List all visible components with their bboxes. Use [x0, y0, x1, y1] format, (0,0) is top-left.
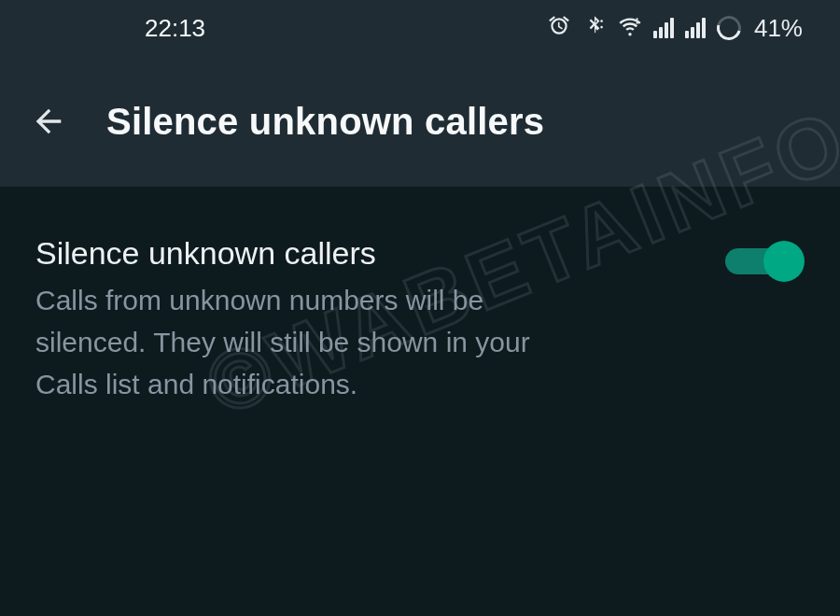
- back-button[interactable]: [28, 101, 69, 142]
- signal-icon-1: [653, 18, 674, 38]
- signal-icon-2: [685, 18, 706, 38]
- status-time: 22:13: [37, 14, 205, 43]
- status-bar: 22:13 41%: [0, 0, 840, 56]
- svg-point-0: [600, 20, 603, 22]
- bluetooth-icon: [582, 14, 607, 42]
- app-header: Silence unknown callers: [0, 56, 840, 187]
- setting-title: Silence unknown callers: [35, 235, 703, 272]
- setting-row-silence-unknown: Silence unknown callers Calls from unkno…: [35, 235, 805, 405]
- silence-unknown-toggle[interactable]: [725, 241, 805, 282]
- svg-point-1: [600, 26, 603, 29]
- battery-percent: 41%: [754, 14, 803, 43]
- svg-point-2: [636, 18, 637, 20]
- alarm-icon: [547, 14, 571, 42]
- arrow-left-icon: [30, 103, 67, 140]
- wifi-icon: [618, 14, 642, 42]
- settings-content: Silence unknown callers Calls from unkno…: [0, 187, 840, 454]
- setting-description: Calls from unknown numbers will be silen…: [35, 279, 595, 405]
- battery-ring-icon: [712, 11, 746, 45]
- setting-text: Silence unknown callers Calls from unkno…: [35, 235, 703, 405]
- status-icons: 41%: [547, 14, 803, 43]
- page-title: Silence unknown callers: [106, 101, 544, 143]
- toggle-thumb: [763, 241, 805, 282]
- svg-point-3: [636, 22, 637, 24]
